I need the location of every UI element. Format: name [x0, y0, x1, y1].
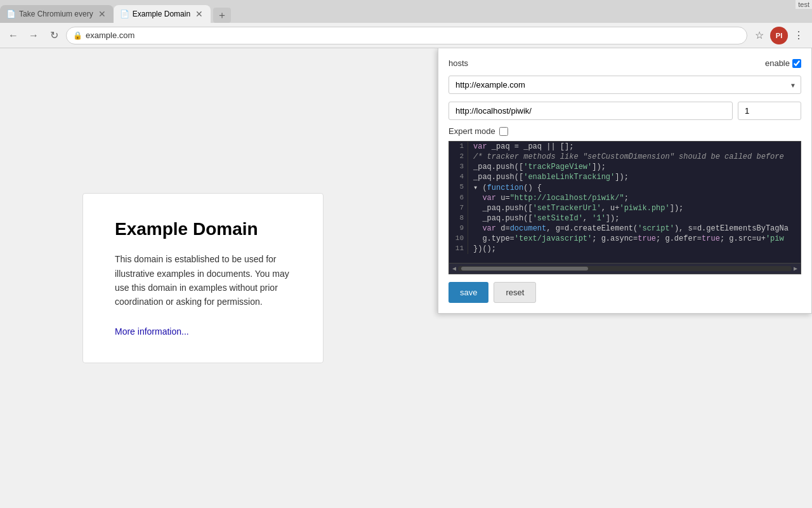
- page-paragraph: This domain is established to be used fo…: [115, 252, 291, 309]
- tab-chromium-close[interactable]: ✕: [97, 9, 107, 19]
- tab-chromium-icon: 📄: [6, 10, 15, 18]
- reset-button[interactable]: reset: [494, 282, 536, 303]
- more-info-link[interactable]: More information...: [115, 326, 189, 337]
- line-num-7: 7: [449, 203, 468, 213]
- code-scrollbar-thumb: [461, 267, 588, 271]
- code-line-9: 9 var d=document, g=d.createElement('scr…: [449, 224, 801, 234]
- browser-chrome: 📄 Take Chromium every ✕ 📄 Example Domain…: [0, 0, 812, 48]
- hosts-select[interactable]: http://example.com: [449, 76, 801, 94]
- line-num-4: 4: [449, 172, 468, 182]
- line-content-9: var d=document, g=d.createElement('scrip…: [473, 224, 789, 234]
- menu-button[interactable]: ⋮: [790, 27, 807, 44]
- scroll-right-arrow[interactable]: ▶: [792, 265, 799, 272]
- code-scrollbar-track[interactable]: [458, 266, 792, 271]
- page-title: Example Domain: [115, 219, 291, 239]
- piwik-button[interactable]: PI: [770, 27, 788, 44]
- hosts-label: hosts: [449, 58, 468, 68]
- tab-chromium-label: Take Chromium every: [19, 10, 93, 18]
- tab-example-icon: 📄: [120, 10, 129, 18]
- popup-panel: hosts enable http://example.com ▼ Expert…: [438, 48, 812, 314]
- tab-bar: 📄 Take Chromium every ✕ 📄 Example Domain…: [0, 0, 812, 23]
- code-line-10: 10 g.type='text/javascript'; g.async=tru…: [449, 234, 801, 244]
- line-content-7: _paq.push(['setTrackerUrl', u+'piwik.php…: [473, 203, 683, 213]
- line-num-6: 6: [449, 193, 468, 203]
- code-line-7: 7 _paq.push(['setTrackerUrl', u+'piwik.p…: [449, 203, 801, 213]
- address-input[interactable]: [86, 30, 740, 40]
- expert-mode-row: Expert mode: [449, 126, 801, 136]
- tab-example[interactable]: 📄 Example Domain ✕: [114, 5, 211, 23]
- line-num-2: 2: [449, 152, 468, 162]
- tab-chromium[interactable]: 📄 Take Chromium every ✕: [0, 5, 114, 23]
- line-num-11: 11: [449, 244, 468, 254]
- line-num-8: 8: [449, 213, 468, 224]
- tracker-url-input[interactable]: [449, 102, 733, 120]
- line-content-6: var u="http://localhost/piwik/";: [473, 193, 629, 203]
- line-num-1: 1: [449, 142, 468, 152]
- address-input-wrap: 🔒: [66, 27, 747, 44]
- corner-label: test: [796, 0, 812, 9]
- code-line-3: 3 _paq.push(['trackPageView']);: [449, 162, 801, 172]
- code-block: 1 var _paq = _paq || []; 2 /* tracker me…: [449, 141, 801, 274]
- line-content-8: _paq.push(['setSiteId', '1']);: [473, 213, 619, 224]
- code-line-8: 8 _paq.push(['setSiteId', '1']);: [449, 213, 801, 224]
- example-card: Example Domain This domain is establishe…: [82, 193, 324, 363]
- save-button[interactable]: save: [449, 282, 488, 303]
- address-bar: ← → ↻ 🔒 ☆ PI ⋮: [0, 23, 812, 48]
- scroll-left-arrow[interactable]: ◀: [450, 265, 458, 272]
- line-content-4: _paq.push(['enableLinkTracking']);: [473, 172, 629, 182]
- popup-header: hosts enable: [449, 58, 801, 68]
- forward-button[interactable]: →: [25, 27, 42, 44]
- popup-buttons: save reset: [449, 282, 801, 303]
- code-line-11: 11 })();: [449, 244, 801, 254]
- tab-example-close[interactable]: ✕: [194, 9, 204, 19]
- reload-button[interactable]: ↻: [46, 27, 62, 44]
- line-content-3: _paq.push(['trackPageView']);: [473, 162, 606, 172]
- star-button[interactable]: ☆: [751, 27, 768, 44]
- line-num-10: 10: [449, 234, 468, 244]
- enable-checkbox[interactable]: [792, 59, 801, 68]
- example-domain-page: Example Domain This domain is establishe…: [0, 48, 406, 508]
- toolbar-icons: ☆ PI ⋮: [751, 27, 807, 44]
- line-content-1: var _paq = _paq || [];: [473, 142, 573, 152]
- line-num-3: 3: [449, 162, 468, 172]
- line-content-10: g.type='text/javascript'; g.async=true; …: [473, 234, 784, 244]
- back-button[interactable]: ←: [5, 27, 22, 44]
- enable-label: enable: [765, 58, 790, 68]
- code-line-6: 6 var u="http://localhost/piwik/";: [449, 193, 801, 203]
- enable-wrap: enable: [765, 58, 801, 68]
- line-num-9: 9: [449, 224, 468, 234]
- hosts-select-wrap: http://example.com ▼: [449, 76, 801, 94]
- line-num-5: 5: [449, 182, 468, 193]
- code-line-5: 5 ▾ (function() {: [449, 182, 801, 193]
- expert-mode-checkbox[interactable]: [499, 127, 508, 136]
- code-line-4: 4 _paq.push(['enableLinkTracking']);: [449, 172, 801, 182]
- secure-icon: 🔒: [73, 31, 82, 40]
- line-content-11: })();: [473, 244, 496, 254]
- page-content: Example Domain This domain is establishe…: [0, 48, 812, 508]
- line-content-5: ▾ (function() {: [473, 182, 542, 193]
- tab-example-label: Example Domain: [133, 10, 190, 18]
- new-tab-button[interactable]: ＋: [213, 8, 231, 23]
- code-scrollbar-wrap: ◀ ▶: [449, 263, 801, 274]
- code-line-1: 1 var _paq = _paq || [];: [449, 142, 801, 152]
- tracker-id-input[interactable]: [738, 102, 801, 120]
- expert-mode-label: Expert mode: [449, 126, 495, 136]
- code-line-2: 2 /* tracker methods like "setCustomDime…: [449, 152, 801, 162]
- line-content-2: /* tracker methods like "setCustomDimens…: [473, 152, 784, 162]
- tracker-inputs: [449, 102, 801, 120]
